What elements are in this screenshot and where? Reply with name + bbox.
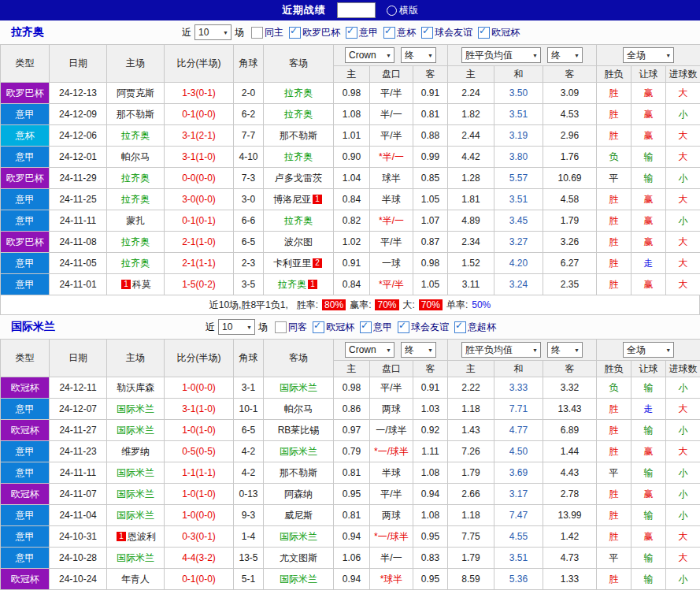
filter-checkbox[interactable]: 欧冠杯 xyxy=(478,26,520,39)
filter-checkbox[interactable]: 球会友谊 xyxy=(398,321,449,334)
wdl-final-select[interactable]: 终▼ xyxy=(547,47,583,63)
recent-count-select-value: 10 xyxy=(198,27,220,38)
match-row: 欧冠杯24-10-24年青人0-1(0-0)5-1国际米兰0.94*球半0.95… xyxy=(1,569,700,590)
away-team-cell: 拉齐奥 xyxy=(264,210,334,232)
filter-checkbox[interactable]: 意杯 xyxy=(383,26,416,39)
filter-checkbox[interactable]: 意甲 xyxy=(360,321,392,334)
filter-checkbox[interactable]: 欧冠杯 xyxy=(313,321,354,334)
corners-cell: 13-5 xyxy=(234,548,264,569)
away-win-odds-cell: 1.44 xyxy=(543,441,597,462)
wdl-average-select[interactable]: 胜平负均值▼ xyxy=(461,342,541,358)
games-label: 场 xyxy=(258,321,268,334)
column-subheader: 客 xyxy=(413,66,448,83)
radio-horizontal-layout[interactable]: 横版 xyxy=(387,4,418,17)
page-title: 近期战绩 xyxy=(282,3,326,17)
matches-table: 类型日期主场比分(半场)角球客场Crown▼终▼胜平负均值▼终▼全场▼主盘口客主… xyxy=(0,339,700,590)
column-header: 角球 xyxy=(234,45,264,83)
filter-checkbox[interactable]: 球会友谊 xyxy=(421,26,472,39)
asian-home-odds-cell: 0.94 xyxy=(334,569,370,590)
goals-result-cell: 大 xyxy=(666,125,700,147)
corners-cell: 6-6 xyxy=(234,210,264,232)
column-subheader: 盘口 xyxy=(370,361,413,377)
column-subheader: 主 xyxy=(334,361,370,377)
summary-row: 近10场,胜8平1负1,胜率:80%赢率:70%大:70%单率:50% xyxy=(0,295,700,315)
asian-final-select[interactable]: 终▼ xyxy=(401,342,436,358)
handicap-result-cell: 输 xyxy=(631,569,666,590)
asian-away-odds-cell: 1.08 xyxy=(413,462,448,484)
table-header-row: 类型日期主场比分(半场)角球客场Crown▼终▼胜平负均值▼终▼全场▼ xyxy=(1,45,700,66)
handicap-cell: *半/一 xyxy=(370,147,413,168)
home-team-cell: 国际米兰 xyxy=(107,505,165,526)
handicap-cell: 一/球半 xyxy=(370,420,413,441)
wdl-average-select[interactable]: 胜平负均值▼ xyxy=(461,47,541,63)
away-team-cell: 卡利亚里2 xyxy=(264,253,334,274)
asian-home-odds-cell: 0.91 xyxy=(334,253,370,274)
column-header: 客场 xyxy=(264,340,334,377)
match-row: 意甲24-12-01帕尔马3-1(1-0)4-10拉齐奥0.90*半/一0.99… xyxy=(1,147,700,168)
away-team-name: 国际米兰 xyxy=(280,531,317,542)
filter-checkbox[interactable]: 同客 xyxy=(275,321,307,334)
filter-checkbox[interactable]: 同主 xyxy=(251,26,283,39)
handicap-cell: 平/半 xyxy=(370,377,413,399)
recent-count-select[interactable]: 10▼ xyxy=(218,319,255,335)
date-cell: 24-10-28 xyxy=(50,548,107,569)
away-team-name: 卡利亚里 xyxy=(273,258,311,269)
away-team-name: 那不勒斯 xyxy=(280,467,317,478)
filter-label: 欧冠杯 xyxy=(326,321,354,334)
result-cell: 负 xyxy=(597,377,631,399)
sections-container: 拉齐奥近10▼场同主欧罗巴杯意甲意杯球会友谊欧冠杯类型日期主场比分(半场)角球客… xyxy=(0,20,700,590)
column-subheader: 和 xyxy=(494,66,543,83)
away-team-name: 波尔图 xyxy=(284,236,313,247)
bookmaker-select[interactable]: Crown▼ xyxy=(345,342,394,358)
filter-checkbox[interactable]: 意超杯 xyxy=(454,321,496,334)
score-cell: 0-0(0-0) xyxy=(165,168,234,189)
draw-odds-cell: 3.27 xyxy=(494,232,543,253)
column-subheader: 进球数 xyxy=(666,66,700,83)
handicap-result-cell: 赢 xyxy=(631,189,666,210)
match-row: 欧冠杯24-12-11勒沃库森1-0(0-0)3-1国际米兰0.98平/半0.9… xyxy=(1,377,700,399)
handicap-cell: 球半 xyxy=(370,168,413,189)
competition-cell: 欧冠杯 xyxy=(1,484,50,505)
asian-home-odds-cell: 1.06 xyxy=(334,548,370,569)
asian-home-odds-cell: 0.98 xyxy=(334,83,370,104)
asian-away-odds-cell: 1.05 xyxy=(413,189,448,210)
away-win-odds-cell: 2.35 xyxy=(543,274,597,295)
away-team-cell: 尤文图斯 xyxy=(264,548,334,569)
asian-home-odds-cell: 1.04 xyxy=(334,168,370,189)
date-cell: 24-12-06 xyxy=(50,125,107,147)
goals-result-cell: 小 xyxy=(666,104,700,125)
scope-select[interactable]: 全场▼ xyxy=(623,342,674,358)
asian-home-odds-cell: 0.82 xyxy=(334,210,370,232)
filter-label: 欧冠杯 xyxy=(491,26,520,39)
corners-cell: 10-1 xyxy=(234,399,264,420)
filter-checkbox[interactable]: 意甲 xyxy=(346,26,378,39)
wdl-final-select[interactable]: 终▼ xyxy=(547,342,583,358)
away-team-cell: 国际米兰 xyxy=(264,526,334,548)
goals-result-cell: 大 xyxy=(666,232,700,253)
home-win-odds-cell: 2.66 xyxy=(448,484,494,505)
date-cell: 24-12-07 xyxy=(50,399,107,420)
recent-count-select[interactable]: 10▼ xyxy=(194,24,231,40)
asian-home-odds-cell: 0.90 xyxy=(334,147,370,168)
scope-select[interactable]: 全场▼ xyxy=(623,47,674,63)
competition-cell: 欧冠杯 xyxy=(1,377,50,399)
checkbox-checked-icon xyxy=(383,27,395,39)
filter-checkbox[interactable]: 欧罗巴杯 xyxy=(289,26,340,39)
away-team-name: 博洛尼亚 xyxy=(273,194,311,205)
home-win-odds-cell: 1.81 xyxy=(448,189,494,210)
bookmaker-select[interactable]: Crown▼ xyxy=(345,47,394,63)
away-win-odds-cell: 3.26 xyxy=(543,232,597,253)
radio-vertical-layout[interactable]: 竖版 xyxy=(337,2,376,18)
competition-cell: 欧罗巴杯 xyxy=(1,232,50,253)
column-subheader: 让球 xyxy=(631,361,666,377)
dropdown-arrow-icon: ▼ xyxy=(574,53,580,58)
competition-cell: 意甲 xyxy=(1,526,50,548)
column-subheader: 让球 xyxy=(631,66,666,83)
result-cell: 胜 xyxy=(597,83,631,104)
date-cell: 24-11-29 xyxy=(50,168,107,189)
column-header: 主场 xyxy=(107,45,165,83)
handicap-cell: 平/半 xyxy=(370,125,413,147)
draw-odds-cell: 3.33 xyxy=(494,377,543,399)
asian-final-select[interactable]: 终▼ xyxy=(401,47,436,63)
match-row: 意甲24-11-04国际米兰1-0(0-0)9-3威尼斯0.81两球1.081.… xyxy=(1,505,700,526)
